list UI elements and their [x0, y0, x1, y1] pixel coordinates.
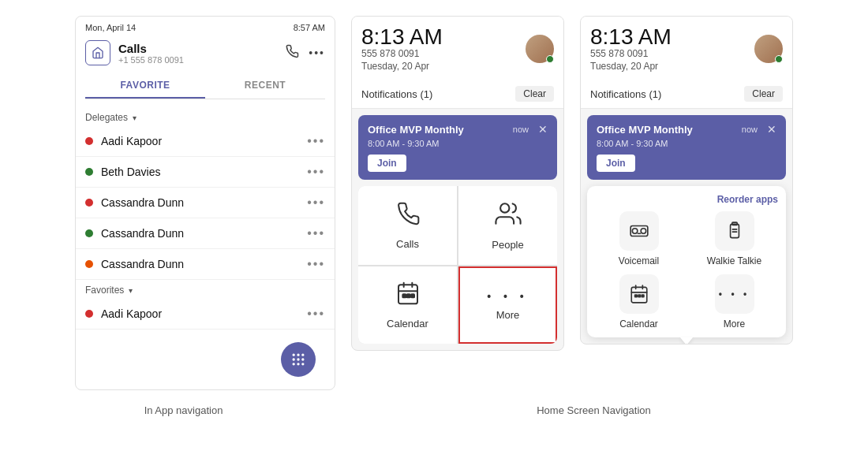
right-caption: Home Screen Navigation: [373, 404, 815, 416]
close-icon[interactable]: ✕: [538, 123, 548, 136]
svg-rect-31: [642, 295, 644, 297]
clear-button[interactable]: Clear: [744, 86, 783, 102]
status-date: Mon, April 14: [85, 23, 136, 32]
contact-more-icon[interactable]: •••: [307, 134, 325, 148]
delegates-section-label: Delegates ▾: [76, 107, 335, 126]
more-dots-icon[interactable]: •••: [309, 47, 325, 59]
svg-point-5: [302, 359, 304, 360]
contact-item[interactable]: Cassandra Dunn •••: [76, 218, 335, 249]
join-button[interactable]: Join: [597, 155, 635, 172]
calendar-label: Calendar: [619, 318, 658, 330]
middle-panel: 8:13 AM 555 878 0091 Tuesday, 20 Apr Not…: [351, 16, 564, 351]
status-dot-red: [85, 199, 93, 207]
walkie-talkie-label: Walkie Talkie: [707, 255, 761, 266]
home-button[interactable]: [85, 40, 110, 65]
reorder-item-walkie-talkie[interactable]: Walkie Talkie: [690, 211, 778, 266]
middle-time: 8:13 AM: [361, 26, 518, 48]
voicemail-label: Voicemail: [619, 255, 659, 266]
tab-recent[interactable]: RECENT: [205, 73, 325, 99]
calls-label: Calls: [396, 238, 419, 250]
contact-more-icon[interactable]: •••: [307, 196, 325, 210]
more-icon: • • •: [487, 290, 528, 303]
svg-point-19: [641, 229, 646, 234]
right-panel: 8:13 AM 555 878 0091 Tuesday, 20 Apr Not…: [580, 16, 793, 345]
middle-phone: 555 878 0091: [361, 48, 518, 59]
status-dot-red: [85, 310, 93, 318]
svg-rect-16: [411, 294, 414, 297]
contact-more-icon[interactable]: •••: [307, 307, 325, 321]
calls-title: Calls: [118, 42, 277, 55]
dial-fab-button[interactable]: [281, 342, 316, 377]
contact-item[interactable]: Beth Davies •••: [76, 157, 335, 188]
contact-name: Cassandra Dunn: [101, 196, 307, 209]
clear-button[interactable]: Clear: [515, 86, 554, 102]
reorder-apps-link[interactable]: Reorder apps: [595, 194, 778, 205]
right-phone: 555 878 0091: [590, 48, 746, 59]
contact-item[interactable]: Aadi Kapoor •••: [76, 126, 335, 157]
chevron-down-icon: ▾: [129, 286, 133, 295]
middle-date: Tuesday, 20 Apr: [361, 61, 518, 72]
online-status-dot: [546, 55, 554, 63]
left-panel: Mon, April 14 8:57 AM Calls +1 555 878 0…: [75, 16, 335, 390]
people-label: People: [492, 239, 523, 251]
contact-name: Cassandra Dunn: [101, 258, 307, 270]
voicemail-icon: [619, 211, 659, 251]
more-label: More: [496, 309, 520, 321]
nav-more[interactable]: • • • More: [458, 266, 557, 344]
avatar: [526, 35, 554, 63]
right-notification-bar: Notifications (1) Clear: [581, 80, 792, 109]
right-top-info: 8:13 AM 555 878 0091 Tuesday, 20 Apr: [590, 26, 746, 72]
svg-rect-15: [406, 294, 410, 297]
contact-item[interactable]: Aadi Kapoor •••: [76, 299, 335, 330]
contact-more-icon[interactable]: •••: [307, 165, 325, 179]
nav-people[interactable]: People: [458, 186, 557, 265]
calendar-icon: [395, 281, 421, 311]
svg-point-1: [297, 354, 299, 356]
walkie-talkie-icon: [715, 211, 754, 251]
status-dot-red: [85, 137, 93, 145]
right-top-bar: 8:13 AM 555 878 0091 Tuesday, 20 Apr: [581, 17, 792, 80]
calls-icon: [395, 201, 421, 232]
left-caption: In App navigation: [54, 404, 314, 416]
status-dot-green: [85, 229, 93, 237]
contact-item[interactable]: Cassandra Dunn •••: [76, 188, 335, 218]
join-button[interactable]: Join: [368, 155, 406, 172]
tab-favorite[interactable]: FAVORITE: [85, 73, 205, 99]
svg-point-6: [293, 363, 294, 365]
status-dot-orange: [85, 260, 93, 268]
reorder-item-voicemail[interactable]: Voicemail: [595, 211, 683, 266]
more-label: More: [724, 318, 745, 330]
notifications-label: Notifications (1): [590, 88, 661, 100]
calendar-icon: [619, 274, 659, 314]
svg-point-7: [297, 363, 299, 365]
caption-row: In App navigation Home Screen Navigation: [0, 398, 868, 423]
nav-calls[interactable]: Calls: [358, 186, 457, 265]
online-status-dot: [775, 55, 783, 63]
contact-item[interactable]: Cassandra Dunn •••: [76, 249, 335, 280]
nav-calendar[interactable]: Calendar: [358, 266, 457, 344]
phone-icon[interactable]: [285, 44, 299, 61]
close-icon[interactable]: ✕: [767, 123, 776, 136]
notif-time: now: [742, 125, 758, 134]
tab-bar: FAVORITE RECENT: [85, 73, 325, 99]
svg-rect-14: [402, 294, 406, 297]
reorder-item-more[interactable]: • • • More: [690, 274, 778, 330]
middle-notification-card: Office MVP Monthly now ✕ 8:00 AM - 9:30 …: [358, 115, 557, 180]
notif-header: Office MVP Monthly now ✕: [368, 123, 548, 136]
status-bar: Mon, April 14 8:57 AM: [76, 17, 335, 35]
contact-name: Beth Davies: [101, 166, 307, 178]
reorder-grid: Voicemail Walkie Talkie: [595, 211, 778, 330]
calls-subtitle: +1 555 878 0091: [118, 55, 277, 65]
right-time: 8:13 AM: [590, 26, 746, 48]
calls-title-group: Calls +1 555 878 0091: [118, 42, 277, 65]
notif-title: Office MVP Monthly: [597, 124, 693, 136]
reorder-item-calendar[interactable]: Calendar: [595, 274, 683, 330]
contact-more-icon[interactable]: •••: [307, 226, 325, 240]
right-notification-card: Office MVP Monthly now ✕ 8:00 AM - 9:30 …: [587, 115, 786, 180]
svg-rect-29: [634, 295, 637, 297]
avatar: [754, 35, 783, 63]
notif-header: Office MVP Monthly now ✕: [597, 123, 776, 136]
svg-rect-30: [638, 295, 640, 297]
contact-more-icon[interactable]: •••: [307, 257, 325, 271]
calendar-label: Calendar: [387, 318, 428, 330]
